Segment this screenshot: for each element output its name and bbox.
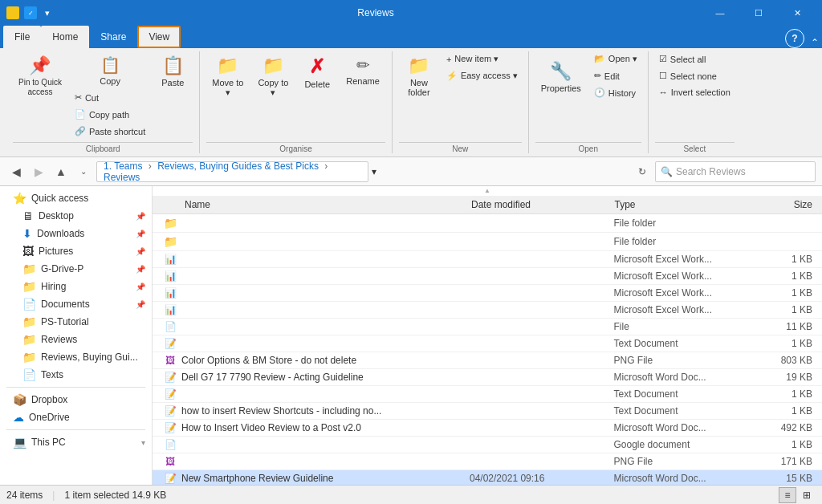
copy-to-button[interactable]: 📁 Copy to▾ [252, 51, 294, 103]
file-list: ▲ Name Date modified Type Size 📁 ███████… [153, 186, 822, 485]
select-none-button[interactable]: ☐Select none [655, 68, 735, 83]
back-button[interactable]: ◀ [6, 162, 26, 181]
cut-button[interactable]: ✂Cut [71, 90, 149, 105]
tab-file[interactable]: File [3, 26, 41, 48]
table-row[interactable]: 🖼 Color Options & BM Store - do not dele… [153, 352, 822, 369]
file-size: 1 KB [758, 338, 822, 349]
tab-home[interactable]: Home [41, 26, 89, 48]
recent-locations-button[interactable]: ⌄ [74, 162, 93, 181]
refresh-button[interactable]: ↻ [633, 162, 652, 181]
delete-button[interactable]: ✗ Delete [297, 51, 337, 103]
maximize-button[interactable]: ☐ [740, 0, 777, 26]
path-item-2[interactable]: Reviews, Buying Guides & Best Picks [157, 161, 319, 172]
table-row[interactable]: 📄 ████ ██/██/2020 22:26 Google document … [153, 437, 822, 453]
tab-share[interactable]: Share [89, 26, 137, 48]
tab-view[interactable]: View [137, 26, 181, 48]
forward-button[interactable]: ▶ [29, 162, 48, 181]
sidebar-item-onedrive[interactable]: ☁ OneDrive [0, 408, 152, 426]
resize-handle[interactable]: ▲ [153, 186, 822, 196]
invert-selection-button[interactable]: ↔Invert selection [655, 85, 735, 100]
status-bar: 24 items | 1 item selected 14.9 KB ≡ ⊞ [0, 485, 822, 504]
table-row[interactable]: 🖼 ████████████ ██/██/2020 14:48 PNG File… [153, 453, 822, 470]
table-row[interactable]: 📝 DO NOT include live listing in plugin … [153, 386, 822, 403]
table-row[interactable]: 📊 ~███████████ review guide ██/██/2020 0… [153, 302, 822, 319]
table-row[interactable]: 📝 ██████ ██████ search ████ ██/██/2020 1… [153, 335, 822, 352]
column-type[interactable]: Type [615, 199, 759, 210]
open-buttons: 🔧 Properties 📂Open ▾ ✏Edit 🕐History [535, 51, 641, 139]
column-date[interactable]: Date modified [471, 199, 615, 210]
table-row[interactable]: 📝 Dell G7 17 7790 Review - Acting Guidel… [153, 369, 822, 386]
path-dropdown-button[interactable]: ▾ [372, 161, 629, 182]
copy-button[interactable]: 📋 Copy [71, 51, 149, 90]
new-folder-button[interactable]: 📁 Newfolder [399, 51, 439, 103]
sidebar-item-hiring[interactable]: 📁 Hiring 📌 [0, 278, 152, 295]
paste-button[interactable]: 📋 Paste [153, 51, 193, 103]
table-row[interactable]: 📄 ████████████████ ██/██/2020 15:09 File… [153, 319, 822, 335]
sidebar-item-ps-tutorial[interactable]: 📁 PS-Tutorial [0, 313, 152, 331]
table-row[interactable]: 📊 ~██████████ review guide ██/██/2020 11… [153, 285, 822, 302]
this-pc-icon: 💻 [13, 436, 26, 449]
edit-button[interactable]: ✏Edit [590, 68, 641, 83]
file-size: 1 KB [758, 287, 822, 299]
path-item-3[interactable]: Reviews [104, 172, 140, 182]
table-row[interactable]: 📁 ████████████████████ ██/██/2020 22:26 … [153, 233, 822, 251]
sidebar-item-this-pc[interactable]: 💻 This PC ▾ [0, 433, 152, 451]
open-button[interactable]: 📂Open ▾ [590, 51, 641, 67]
minimize-button[interactable]: — [702, 0, 739, 26]
table-row[interactable]: 📝 How to Insert Video Review to a Post v… [153, 420, 822, 437]
new-buttons: 📁 Newfolder +New item ▾ ⚡Easy access ▾ [399, 51, 522, 139]
paste-shortcut-button[interactable]: 🔗Paste shortcut [71, 124, 149, 139]
sidebar-item-documents[interactable]: 📄 Documents 📌 [0, 295, 152, 313]
file-date: ██/██/2020 11:16 [470, 287, 614, 299]
rename-button[interactable]: ✏ Rename [340, 51, 385, 103]
sidebar-item-desktop[interactable]: 🖥 Desktop 📌 [0, 207, 152, 225]
file-name: ~██████████ review guide [181, 287, 470, 299]
select-small-buttons: ☑Select all ☐Select none ↔Invert selecti… [655, 51, 735, 100]
file-icon: 📄 [159, 439, 181, 450]
file-icon: 📊 [159, 270, 181, 282]
new-item-button[interactable]: +New item ▾ [442, 51, 522, 67]
file-type: File [614, 321, 759, 332]
select-all-button[interactable]: ☑Select all [655, 51, 735, 67]
column-name[interactable]: Name [153, 199, 471, 210]
move-to-button[interactable]: 📁 Move to▾ [206, 51, 249, 103]
sidebar-item-quick-access[interactable]: ⭐ Quick access [0, 189, 152, 207]
pin-to-quick-access-button[interactable]: 📌 Pin to Quickaccess [13, 51, 67, 103]
easy-access-button[interactable]: ⚡Easy access ▾ [442, 68, 522, 83]
organise-buttons: 📁 Move to▾ 📁 Copy to▾ ✗ Delete ✏ Rename [206, 51, 385, 139]
sidebar-item-label: Quick access [31, 193, 88, 204]
details-view-button[interactable]: ≡ [779, 487, 796, 503]
table-row[interactable]: 📊 ~████ Mac review guide ██ ██/██/2020 0… [153, 251, 822, 268]
table-row[interactable]: 📊 ~████ Mac review guide ██/██/2020 14:1… [153, 268, 822, 285]
sidebar-item-gdrive[interactable]: 📁 G-Drive-P 📌 [0, 260, 152, 278]
ribbon-collapse-button[interactable]: ⌃ [811, 37, 819, 48]
sidebar-item-reviews[interactable]: 📁 Reviews [0, 331, 152, 348]
copy-path-button[interactable]: 📄Copy path [71, 107, 149, 122]
ribbon-group-organise: 📁 Move to▾ 📁 Copy to▾ ✗ Delete ✏ Rename … [200, 51, 393, 153]
open-small-buttons: 📂Open ▾ ✏Edit 🕐History [590, 51, 641, 100]
help-icon[interactable]: ? [785, 29, 804, 48]
sidebar-item-dropbox[interactable]: 📦 Dropbox [0, 391, 152, 408]
properties-button[interactable]: 🔧 Properties [535, 51, 587, 103]
file-icon: 📊 [159, 304, 181, 315]
table-row[interactable]: 📝 how to insert Review Shortcuts - inclu… [153, 403, 822, 420]
search-box[interactable]: 🔍 Search Reviews [655, 161, 816, 182]
sidebar-item-downloads[interactable]: ⬇ Downloads 📌 [0, 225, 152, 242]
tiles-view-button[interactable]: ⊞ [798, 487, 816, 503]
file-name: Color Options & BM Store - do not delete [181, 355, 470, 366]
history-button[interactable]: 🕐History [590, 85, 641, 100]
address-path[interactable]: 1. Teams › Reviews, Buying Guides & Best… [96, 161, 368, 182]
open-label: Open [535, 142, 641, 153]
sidebar-item-pictures[interactable]: 🖼 Pictures 📌 [0, 242, 152, 260]
sidebar-item-label: Documents [41, 299, 90, 310]
close-button[interactable]: ✕ [779, 0, 816, 26]
new-label: New [399, 142, 522, 153]
table-row[interactable]: 📁 ████████████ ██/██/2020 23:04 File fol… [153, 214, 822, 233]
column-size[interactable]: Size [758, 199, 822, 210]
path-item-1[interactable]: 1. Teams [104, 161, 142, 172]
sidebar-item-reviews-buying[interactable]: 📁 Reviews, Buying Gui... [0, 348, 152, 366]
sidebar-item-label: Reviews [41, 334, 77, 345]
sidebar-item-texts[interactable]: 📄 Texts [0, 366, 152, 384]
up-button[interactable]: ▲ [51, 162, 71, 181]
table-row[interactable]: 📝 New Smartphone Review Guideline 04/02/… [153, 470, 822, 485]
